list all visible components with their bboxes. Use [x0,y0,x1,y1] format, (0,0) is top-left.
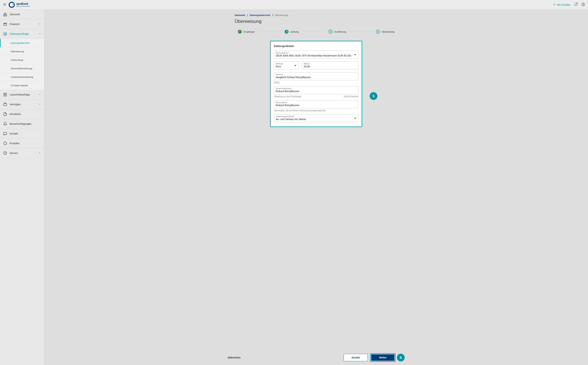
sidebar-item-label: Finanzen [10,23,20,26]
action-footer: Abbrechen Zurück Weiter 6 [44,350,588,365]
sidebar-item-label: ePostkorb [10,113,21,116]
sidebar-item-lastschriftauftraege[interactable]: Lastschriftaufträge [0,90,44,99]
booking-input[interactable] [276,104,357,107]
sidebar-item-epostkorb[interactable]: ePostkorb [0,109,44,119]
field-label: Währung [276,63,297,65]
sidebar-item-kontakt[interactable]: Kontakt [0,129,44,139]
reference-field[interactable]: Referenz [274,72,359,80]
svg-marker-20 [354,54,356,55]
gauge-icon [3,151,7,155]
sidebar-item-uebersicht[interactable]: Übersicht [0,10,44,19]
sidebar-sub-ueberweisung[interactable]: Überweisung [0,47,44,56]
purpose-input[interactable] [276,90,357,93]
step-number: 4 [376,30,380,34]
brand-logo[interactable]: apoBank Bank der Gesundheit [8,2,30,8]
sidebar-item-benachrichtigungen[interactable]: Benachrichtigungen [0,119,44,129]
annotation-badge-5: 5 [370,92,377,100]
breadcrumb-current: Überweisung [275,14,288,16]
svg-rect-10 [4,23,7,26]
payment-details-card: Zahlungsdetails Buchungskonto * DE28 300… [270,41,362,127]
brand-name: apoBank [16,2,30,6]
page-title: Überweisung [235,19,398,24]
chevron-up-icon [38,32,41,35]
currency-value: Euro [276,65,297,68]
back-button[interactable]: Zurück [344,354,368,361]
amount-input[interactable] [304,65,357,68]
sidebar-item-label: Service [10,152,18,154]
chevron-down-icon [38,103,41,106]
sidebar-item-vermoegen[interactable]: Vermögen [0,99,44,109]
usage-key-select[interactable]: Verwendungsschlüssel An- und Verkauf von… [274,114,359,122]
next-button-highlight: Weiter [370,353,395,362]
account-select[interactable]: Buchungskonto * DE28 3006 0601 0028 7975… [274,51,359,59]
step-number: 2 [285,30,289,34]
chevron-down-icon [38,152,41,155]
dropdown-icon [354,53,356,56]
svg-point-9 [583,4,584,5]
sidebar-sub-zv-datei-upload[interactable]: ZV-Datei-Upload [0,81,44,90]
dropdown-icon [295,64,296,67]
sidebar-item-label: Vermögen [10,103,21,106]
svg-point-18 [4,142,7,145]
app-header: apoBank Bank der Gesundheit Alle Kunden [0,0,588,10]
sidebar-item-label: Lastschriftaufträge [10,93,30,96]
sidebar-scroll[interactable]: Übersicht Finanzen Zahlungsaufträge Zahl… [0,10,44,365]
sidebar-sub-umbuchung[interactable]: Umbuchung [0,56,44,64]
step-label: Zahlung [290,30,299,33]
circle-icon [3,141,7,145]
main-content: Startseite ❯ Zahlungsübersicht ❯ Überwei… [44,10,588,365]
svg-marker-21 [295,65,296,66]
step-ausfuehrung: 3 Ausführung [325,30,349,34]
usage-key-value: An- und Verkauf von Waren [276,118,357,121]
notification-dot [577,2,578,4]
customer-filter[interactable]: Alle Kunden [553,3,570,6]
profile-button[interactable] [581,2,585,7]
sidebar-sub-auslandsueberweisung[interactable]: Auslandsüberweisung [0,73,44,81]
currency-select[interactable]: Währung Euro [274,62,299,70]
sidebar-sub-sammelueberweisung[interactable]: Sammelüberweisung [0,64,44,73]
step-empfaenger: ✓ Empfänger [235,30,258,34]
sidebar-sub-zahlungsuebersicht[interactable]: Zahlungsübersicht [0,39,44,47]
chat-icon [3,132,7,135]
chevron-down-icon [38,23,41,26]
wallet-icon [3,22,7,26]
sidebar-item-label: Kontakt [10,132,18,135]
chevron-right-icon: ❯ [247,14,248,16]
reference-hint: (E2E) [274,81,359,84]
notifications-button[interactable] [574,2,578,7]
user-icon [581,2,585,6]
breadcrumb-link-zahlungsuebersicht[interactable]: Zahlungsübersicht [249,14,270,16]
menu-toggle-button[interactable] [3,3,6,7]
reference-input[interactable] [276,76,357,79]
sidebar-item-finanzen[interactable]: Finanzen [0,19,44,29]
step-label: Überprüfung [382,30,394,33]
doc-list-icon [3,93,7,97]
step-label: Empfänger [243,30,255,33]
brand-subtitle: Bank der Gesundheit [16,6,30,7]
svg-marker-22 [354,118,356,119]
purpose-hint: Mitteilung an den Empfänger 20/140 Zeich… [274,95,359,98]
field-label: Betrag * [304,63,357,65]
bell-icon [3,122,7,126]
field-label: Referenz [276,74,357,76]
menu-icon [3,3,6,6]
booking-text-field[interactable]: Buchungstext [274,100,359,108]
breadcrumb-link-startseite[interactable]: Startseite [235,14,245,16]
sidebar-submenu-zahlungsauftraege: Zahlungsübersicht Überweisung Umbuchung … [0,39,44,90]
sidebar-item-service[interactable]: Service [0,148,44,158]
next-button[interactable]: Weiter [371,354,394,361]
svg-rect-16 [4,104,7,105]
field-label: Verwendungsschlüssel [276,116,357,118]
dollar-circle-icon [3,32,7,36]
sidebar-item-zahlungsauftraege[interactable]: Zahlungsaufträge [0,29,44,39]
field-label: Buchungskonto * [276,52,357,54]
chevron-down-icon [38,93,41,96]
dropdown-icon [354,117,356,120]
purpose-field[interactable]: Verwendungszweck [274,86,359,94]
sidebar-item-produkte[interactable]: Produkte [0,139,44,148]
sidebar-item-label: Übersicht [10,13,20,16]
filter-icon [553,3,556,6]
amount-field[interactable]: Betrag * [302,62,359,70]
file-icon [3,112,7,116]
cancel-button[interactable]: Abbrechen [228,356,241,359]
